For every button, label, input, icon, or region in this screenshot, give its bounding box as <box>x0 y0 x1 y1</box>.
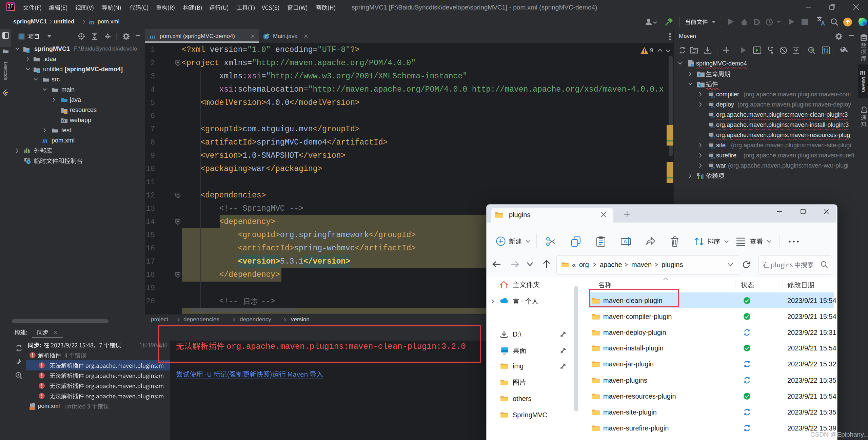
svg-text:m: m <box>711 94 715 98</box>
svg-text:m: m <box>711 114 715 118</box>
svg-text:m: m <box>711 124 715 129</box>
svg-text:m: m <box>711 155 715 159</box>
svg-text:m: m <box>691 62 694 67</box>
svg-text:m: m <box>711 145 715 149</box>
svg-text:A: A <box>624 238 627 244</box>
svg-text:m: m <box>711 134 715 139</box>
svg-text:m: m <box>711 104 715 108</box>
svg-text:m: m <box>711 165 715 169</box>
